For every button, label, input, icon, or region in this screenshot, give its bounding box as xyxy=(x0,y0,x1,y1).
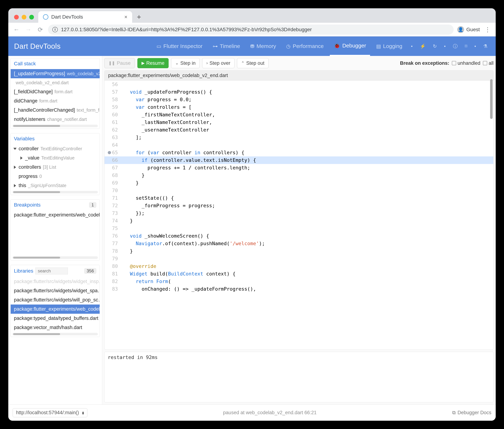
minimize-window-button[interactable] xyxy=(22,15,26,19)
code-line[interactable]: 77 Navigator.of(context).pushNamed('/wel… xyxy=(105,240,493,247)
breakpoints-title: Breakpoints xyxy=(14,202,41,208)
browser-menu-button[interactable]: ⋮ xyxy=(483,26,492,33)
code-line[interactable]: 61 _lastNameTextController, xyxy=(105,119,493,126)
info-icon[interactable]: ⓘ xyxy=(450,43,460,49)
code-line[interactable]: 78 } xyxy=(105,247,493,255)
code-line[interactable]: 65 for (var controller in controllers) { xyxy=(105,149,493,157)
code-line[interactable]: 66 if (controller.value.text.isNotEmpty)… xyxy=(105,157,493,164)
callstack-frame[interactable]: web_codelab_v2_end.dart xyxy=(11,78,100,87)
code-line[interactable]: 59 var controllers = [ xyxy=(105,103,493,111)
code-line[interactable]: 75 xyxy=(105,225,493,232)
code-line[interactable]: 81 Widget build(BuildContext context) { xyxy=(105,270,493,278)
code-line[interactable]: 82 return Form( xyxy=(105,278,493,285)
code-line[interactable]: 69 } xyxy=(105,179,493,187)
callstack-frame[interactable]: [_handleControllerChanged] text_form_fie xyxy=(11,105,100,115)
code-line[interactable]: 73 }); xyxy=(105,210,493,217)
divider-dot: • xyxy=(441,44,448,49)
new-tab-button[interactable]: + xyxy=(134,12,144,22)
library-row[interactable]: package:flutter_experiments/web_codel… xyxy=(11,305,100,314)
reload-button[interactable]: ⟳ xyxy=(36,26,45,33)
sidebar: Call stack [_updateFormProgress] web_cod… xyxy=(8,56,102,404)
feedback-icon[interactable]: ⌑ xyxy=(462,44,470,49)
code-line[interactable]: 60 _firstNameTextController, xyxy=(105,111,493,119)
variable-row[interactable]: progress 0 xyxy=(11,172,100,181)
code-line[interactable]: 68 } xyxy=(105,172,493,179)
code-line[interactable]: 70 xyxy=(105,187,493,194)
phone-icon: ▭ xyxy=(156,43,161,49)
debugger-toolbar: ❚❚Pause ▶Resume ⌄Step in ›Step over ⌃Ste… xyxy=(104,58,494,68)
step-over-button[interactable]: ›Step over xyxy=(202,58,234,68)
library-row[interactable]: package:typed_data/typed_buffers.dart xyxy=(11,314,100,323)
code-line[interactable]: 62 _usernameTextController xyxy=(105,126,493,134)
code-line[interactable]: 67 progress += 1 / controllers.length; xyxy=(105,164,493,172)
library-row[interactable]: package:flutter/src/widgets/will_pop_sc… xyxy=(11,295,100,305)
code-line[interactable]: 83 onChanged: () => _updateFormProgress(… xyxy=(105,285,493,293)
status-bar: http://localhost:57944/:main() ▴▾ paused… xyxy=(8,404,496,421)
resume-button[interactable]: ▶Resume xyxy=(137,58,169,68)
tab-timeline[interactable]: ⊶Timeline xyxy=(209,36,244,56)
browser-tab[interactable]: Dart DevTools × xyxy=(38,11,132,23)
code-line[interactable]: 63 ]; xyxy=(105,134,493,141)
scrollbar[interactable] xyxy=(490,79,493,119)
code-line[interactable]: 79 xyxy=(105,255,493,263)
tab-logging[interactable]: ▤Logging xyxy=(372,36,406,56)
library-row[interactable]: package:flutter/src/widgets/widget_spa… xyxy=(11,286,100,295)
window-controls xyxy=(11,15,36,23)
tab-performance[interactable]: ◷Performance xyxy=(282,36,328,56)
scrollbar[interactable] xyxy=(12,333,98,335)
close-window-button[interactable] xyxy=(14,15,19,19)
bolt-icon[interactable]: ⚡ xyxy=(417,44,428,49)
library-row[interactable]: package:flutter/src/widgets/widget_insp… xyxy=(11,277,100,286)
code-line[interactable]: 64 xyxy=(105,141,493,149)
step-in-button[interactable]: ⌄Step in xyxy=(171,58,200,68)
tab-flutter-inspector[interactable]: ▭Flutter Inspector xyxy=(153,36,207,56)
pause-button[interactable]: ❚❚Pause xyxy=(104,58,135,68)
call-stack-title: Call stack xyxy=(14,61,36,67)
address-bar[interactable]: i 127.0.0.1:58050/?ide=IntelliJ-IDEA&uri… xyxy=(48,25,454,35)
center-area: ❚❚Pause ▶Resume ⌄Step in ›Step over ⌃Ste… xyxy=(102,56,496,404)
breakpoint-row[interactable]: package:flutter_experiments/web_codel… xyxy=(11,210,100,219)
close-tab-icon[interactable]: × xyxy=(124,14,127,20)
site-info-icon[interactable]: i xyxy=(52,27,58,32)
callstack-frame[interactable]: didChange form.dart xyxy=(11,96,100,105)
unhandled-checkbox[interactable]: unhandled xyxy=(452,61,480,66)
code-line[interactable]: 74 } xyxy=(105,217,493,225)
variable-row[interactable]: controllers [3] List xyxy=(11,163,100,172)
tab-memory[interactable]: ⛃Memory xyxy=(246,36,280,56)
variable-row[interactable]: controller TextEditingController xyxy=(11,144,100,153)
code-line[interactable]: 56 xyxy=(105,81,493,88)
scrollbar[interactable] xyxy=(12,191,98,193)
profile-button[interactable]: 👤 Guest xyxy=(457,26,480,33)
isolate-selector[interactable]: http://localhost:57944/:main() ▴▾ xyxy=(13,408,87,417)
forward-button[interactable]: → xyxy=(24,26,33,33)
library-row[interactable]: package:vector_math/hash.dart xyxy=(11,323,100,332)
profile-label: Guest xyxy=(466,27,480,33)
variable-row[interactable]: this _SignUpFormState xyxy=(11,181,100,190)
step-out-button[interactable]: ⌃Step out xyxy=(237,58,269,68)
tab-debugger[interactable]: 🐞Debugger xyxy=(330,36,370,56)
code-line[interactable]: 58 var progress = 0.0; xyxy=(105,96,493,103)
restart-icon[interactable]: ↻ xyxy=(430,44,439,49)
break-exceptions-label: Break on exceptions: xyxy=(400,61,449,66)
breakpoint-marker[interactable] xyxy=(108,151,111,154)
code-line[interactable]: 80 @override xyxy=(105,263,493,270)
code-line[interactable]: 72 _formProgress = progress; xyxy=(105,202,493,210)
back-button[interactable]: ← xyxy=(12,26,21,33)
callstack-frame[interactable]: notifyListeners change_notifier.dart xyxy=(11,115,100,124)
scrollbar[interactable] xyxy=(12,256,98,259)
browser-tabstrip: Dart DevTools × + xyxy=(8,8,496,23)
maximize-window-button[interactable] xyxy=(29,15,34,19)
code-line[interactable]: 71 setState(() { xyxy=(105,194,493,202)
all-checkbox[interactable]: all xyxy=(483,61,494,66)
debugger-docs-link[interactable]: ⧉ Debugger Docs xyxy=(452,410,491,415)
code-line[interactable]: 76 void _showWelcomeScreen() { xyxy=(105,232,493,240)
callstack-frame[interactable]: [_updateFormProgress] web_codelab_v2_ xyxy=(11,69,100,78)
variables-title: Variables xyxy=(14,136,35,142)
flask-icon[interactable]: ⚗ xyxy=(481,44,490,49)
console-output[interactable]: restarted in 92ms xyxy=(104,352,494,402)
code-line[interactable]: 57 void _updateFormProgress() { xyxy=(105,88,493,96)
scrollbar[interactable] xyxy=(12,125,98,127)
variable-row[interactable]: _value TextEditingValue xyxy=(11,153,100,163)
callstack-frame[interactable]: [_fieldDidChange] form.dart xyxy=(11,87,100,96)
libraries-search-input[interactable] xyxy=(35,268,68,274)
